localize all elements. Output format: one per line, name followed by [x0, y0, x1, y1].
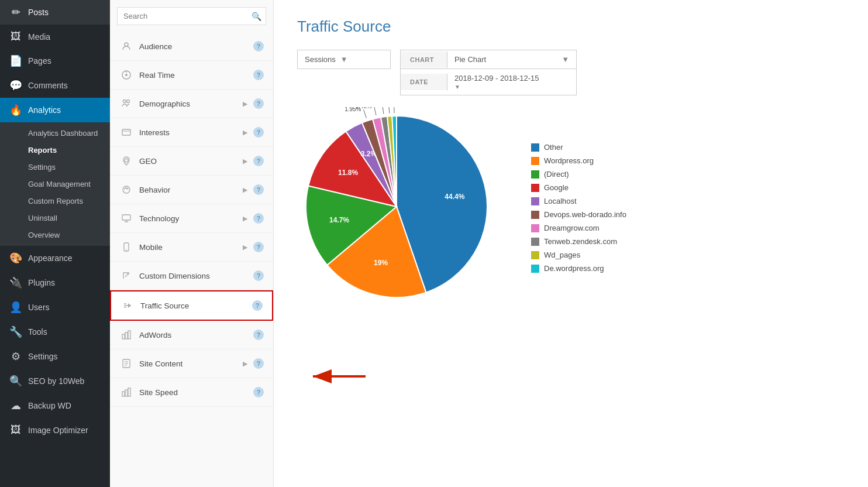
svg-point-4 [123, 100, 126, 103]
nav-item-mobile[interactable]: Mobile ▶ ? [110, 233, 273, 262]
submenu-custom-reports[interactable]: Custom Reports [0, 193, 110, 210]
sidebar-item-seo[interactable]: 🔍 SEO by 10Web [0, 369, 110, 393]
nav-label-traffic-source: Traffic Source [140, 301, 246, 310]
help-icon-technology[interactable]: ? [253, 213, 264, 224]
help-icon-behavior[interactable]: ? [253, 184, 264, 195]
nav-item-behavior[interactable]: Behavior ▶ ? [110, 176, 273, 204]
sidebar-item-pages[interactable]: 📄 Pages [0, 49, 110, 73]
date-picker[interactable]: 2018-12-09 - 2018-12-15 ▼ [447, 69, 576, 95]
nav-item-audience[interactable]: Audience ? [110, 32, 273, 61]
sessions-dropdown[interactable]: Sessions ▼ [297, 50, 391, 69]
legend-label: Dreamgrow.com [544, 224, 600, 232]
controls-row: Sessions ▼ CHART Pie Chart ▼ DATE 2018-1… [297, 50, 845, 95]
svg-rect-29 [128, 388, 130, 396]
svg-line-37 [374, 107, 376, 115]
help-icon-interests[interactable]: ? [253, 127, 264, 138]
chart-type-arrow: ▼ [562, 55, 569, 64]
sidebar-item-tools[interactable]: 🔧 Tools [0, 320, 110, 344]
svg-point-15 [128, 273, 129, 275]
tools-icon: 🔧 [9, 325, 22, 338]
submenu-settings[interactable]: Settings [0, 159, 110, 176]
nav-item-realtime[interactable]: Real Time ? [110, 61, 273, 90]
nav-item-site-content[interactable]: Site Content ▶ ? [110, 349, 273, 378]
help-icon-site-speed[interactable]: ? [253, 387, 264, 397]
svg-point-5 [127, 100, 130, 103]
help-icon-demographics[interactable]: ? [253, 98, 264, 109]
sidebar-item-plugins[interactable]: 🔌 Plugins [0, 270, 110, 295]
nav-label-interests: Interests [139, 128, 237, 137]
settings-icon: ⚙ [9, 350, 22, 363]
svg-text:14.7%: 14.7% [329, 216, 349, 224]
help-icon-site-content[interactable]: ? [253, 358, 264, 369]
svg-text:11.8%: 11.8% [338, 169, 358, 177]
sidebar-item-comments[interactable]: 💬 Comments [0, 73, 110, 98]
legend-item: Devops.web-dorado.info [531, 210, 626, 219]
analytics-submenu: Analytics Dashboard Reports Settings Goa… [0, 122, 110, 246]
plugins-icon: 🔌 [9, 276, 22, 289]
nav-item-adwords[interactable]: AdWords ? [110, 321, 273, 349]
nav-item-interests[interactable]: Interests ▶ ? [110, 118, 273, 147]
sidebar-item-analytics[interactable]: 🔥 Analytics [0, 98, 110, 122]
submenu-goal-management[interactable]: Goal Management [0, 176, 110, 193]
sidebar-item-posts[interactable]: ✏ Posts [0, 0, 110, 25]
help-icon-geo[interactable]: ? [253, 156, 264, 166]
sidebar-label-settings: Settings [28, 352, 58, 361]
help-icon-adwords[interactable]: ? [253, 330, 264, 340]
legend-label: Devops.web-dorado.info [544, 210, 626, 219]
sidebar-item-settings[interactable]: ⚙ Settings [0, 344, 110, 369]
legend-label: Wordpress.org [544, 156, 594, 165]
nav-item-site-speed[interactable]: Site Speed ? [110, 378, 273, 407]
svg-rect-27 [122, 392, 125, 396]
nav-item-technology[interactable]: Technology ▶ ? [110, 204, 273, 233]
sidebar-item-image-opt[interactable]: 🖼 Image Optimizer [0, 418, 110, 442]
legend-label: Localhost [544, 197, 577, 205]
svg-point-0 [125, 43, 128, 46]
comments-icon: 💬 [9, 79, 22, 92]
chart-controls: CHART Pie Chart ▼ DATE 2018-12-09 - 2018… [400, 50, 577, 95]
chart-control-row-chart: CHART Pie Chart ▼ [401, 50, 576, 69]
svg-line-41 [389, 107, 390, 113]
svg-line-35 [364, 109, 367, 118]
pages-icon: 📄 [9, 54, 22, 67]
legend-label: Wd_pages [544, 251, 580, 259]
nav-label-realtime: Real Time [139, 71, 247, 80]
submenu-overview[interactable]: Overview [0, 227, 110, 244]
sidebar-item-appearance[interactable]: 🎨 Appearance [0, 246, 110, 270]
legend-label: (Direct) [544, 170, 569, 179]
svg-rect-6 [122, 129, 130, 135]
help-icon-traffic-source[interactable]: ? [252, 300, 263, 311]
submenu-reports[interactable]: Reports [0, 142, 110, 159]
nav-label-custom-dimensions: Custom Dimensions [139, 272, 247, 280]
svg-point-14 [126, 249, 127, 251]
legend-color [531, 143, 539, 152]
chart-control-row-date: DATE 2018-12-09 - 2018-12-15 ▼ [401, 69, 576, 95]
legend-color [531, 211, 539, 219]
legend-label: De.wordpress.org [544, 264, 604, 273]
submenu-analytics-dashboard[interactable]: Analytics Dashboard [0, 125, 110, 142]
date-label: DATE [401, 74, 447, 90]
backup-icon: ☁ [9, 399, 22, 412]
arrow-icon-mobile: ▶ [243, 244, 247, 251]
help-icon-audience[interactable]: ? [253, 41, 264, 52]
legend-color [531, 157, 539, 165]
sidebar-label-backup: Backup WD [28, 401, 71, 410]
help-icon-realtime[interactable]: ? [253, 70, 264, 80]
legend-label: Google [544, 183, 569, 192]
chart-type-value: Pie Chart [454, 55, 486, 64]
demographics-icon [119, 97, 133, 111]
sidebar-item-backup[interactable]: ☁ Backup WD [0, 393, 110, 418]
nav-item-demographics[interactable]: Demographics ▶ ? [110, 90, 273, 118]
nav-item-custom-dimensions[interactable]: Custom Dimensions ? [110, 262, 273, 290]
chart-label: CHART [401, 52, 447, 68]
sidebar-item-users[interactable]: 👤 Users [0, 295, 110, 320]
users-icon: 👤 [9, 301, 22, 314]
submenu-uninstall[interactable]: Uninstall [0, 210, 110, 227]
search-input[interactable] [117, 7, 266, 25]
sidebar-item-media[interactable]: 🖼 Media [0, 25, 110, 49]
chart-type-dropdown[interactable]: Pie Chart ▼ [447, 50, 576, 68]
nav-item-geo[interactable]: GEO ▶ ? [110, 147, 273, 176]
appearance-icon: 🎨 [9, 252, 22, 265]
help-icon-mobile[interactable]: ? [253, 242, 264, 252]
nav-item-traffic-source[interactable]: Traffic Source ? [110, 290, 273, 321]
help-icon-custom-dimensions[interactable]: ? [253, 270, 264, 281]
